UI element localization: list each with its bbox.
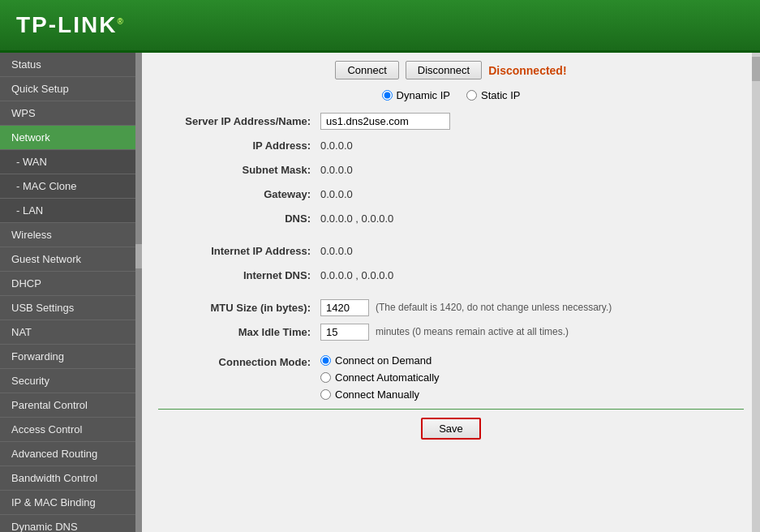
internet-dns-row: Internet DNS: 0.0.0.0 , 0.0.0.0: [158, 265, 744, 285]
server-ip-row: Server IP Address/Name:: [158, 111, 744, 131]
sidebar-item-wan[interactable]: - WAN: [0, 150, 142, 174]
gateway-value: 0.0.0.0: [320, 188, 353, 200]
content-scrollbar[interactable]: [752, 53, 760, 532]
static-ip-radio[interactable]: [466, 90, 477, 101]
static-ip-label[interactable]: Static IP: [466, 89, 520, 101]
conn-mode-manual-label[interactable]: Connect Manually: [320, 388, 440, 401]
dns-value: 0.0.0.0 , 0.0.0.0: [320, 212, 393, 225]
connection-mode-options: Connect on Demand Connect Automatically …: [320, 354, 440, 401]
conn-mode-manual-radio[interactable]: [320, 389, 331, 400]
sidebar-item-guest-network[interactable]: Guest Network: [0, 247, 142, 272]
mtu-input[interactable]: [320, 299, 369, 316]
max-idle-label: Max Idle Time:: [158, 326, 320, 338]
sidebar-scrollbar[interactable]: [135, 53, 142, 532]
gateway-label: Gateway:: [158, 188, 320, 200]
sidebar-item-dynamic-dns[interactable]: Dynamic DNS: [0, 515, 142, 532]
ip-address-value: 0.0.0.0: [320, 139, 353, 152]
sidebar-item-dhcp[interactable]: DHCP: [0, 272, 142, 296]
disconnect-button[interactable]: Disconnect: [406, 61, 482, 79]
sidebar-scroll: Status Quick Setup WPS Network - WAN - M…: [0, 53, 142, 532]
sidebar-item-wireless[interactable]: Wireless: [0, 223, 142, 247]
sidebar-item-bandwidth-control[interactable]: Bandwidth Control: [0, 466, 142, 491]
sidebar-item-parental-control[interactable]: Parental Control: [0, 393, 142, 418]
sidebar-item-network[interactable]: Network: [0, 126, 142, 150]
conn-mode-demand-radio[interactable]: [320, 355, 331, 366]
max-idle-hint: minutes (0 means remain active at all ti…: [376, 326, 569, 337]
conn-mode-demand-text: Connect on Demand: [335, 354, 432, 367]
sidebar-item-forwarding[interactable]: Forwarding: [0, 345, 142, 369]
sidebar-item-security[interactable]: Security: [0, 369, 142, 393]
connection-mode-row: Connection Mode: Connect on Demand Conne…: [158, 354, 744, 401]
internet-dns-value: 0.0.0.0 , 0.0.0.0: [320, 269, 393, 281]
connect-button[interactable]: Connect: [335, 61, 398, 79]
internet-ip-value: 0.0.0.0: [320, 245, 353, 257]
dns-label: DNS:: [158, 212, 320, 225]
connection-mode-label: Connection Mode:: [158, 354, 320, 368]
sidebar-item-ip-mac-binding[interactable]: IP & MAC Binding: [0, 491, 142, 515]
sidebar-item-wps[interactable]: WPS: [0, 101, 142, 126]
conn-mode-demand-label[interactable]: Connect on Demand: [320, 354, 440, 367]
dynamic-ip-label[interactable]: Dynamic IP: [382, 89, 450, 101]
internet-dns-label: Internet DNS:: [158, 269, 320, 281]
logo-registered: ®: [117, 17, 124, 26]
ip-address-row: IP Address: 0.0.0.0: [158, 135, 744, 155]
static-ip-text: Static IP: [481, 89, 520, 101]
sidebar-item-nat[interactable]: NAT: [0, 320, 142, 345]
dynamic-ip-text: Dynamic IP: [397, 89, 450, 101]
sidebar-item-mac-clone[interactable]: - MAC Clone: [0, 174, 142, 199]
content-inner: Connect Disconnect Disconnected! Dynamic…: [142, 53, 760, 532]
sidebar-item-access-control[interactable]: Access Control: [0, 418, 142, 442]
sidebar-scrollbar-thumb: [135, 244, 142, 268]
connection-status: Disconnected!: [488, 64, 566, 77]
sidebar-item-quick-setup[interactable]: Quick Setup: [0, 77, 142, 101]
gateway-row: Gateway: 0.0.0.0: [158, 184, 744, 204]
internet-ip-label: Internet IP Address:: [158, 245, 320, 257]
subnet-mask-value: 0.0.0.0: [320, 164, 353, 176]
conn-mode-auto-radio[interactable]: [320, 372, 331, 383]
ip-type-row: Dynamic IP Static IP: [158, 89, 744, 101]
conn-mode-auto-label[interactable]: Connect Automatically: [320, 371, 440, 384]
subnet-mask-label: Subnet Mask:: [158, 164, 320, 176]
connection-bar: Connect Disconnect Disconnected!: [158, 61, 744, 79]
logo: TP-LINK®: [16, 12, 125, 38]
content-scrollbar-thumb: [752, 57, 760, 81]
dynamic-ip-radio[interactable]: [382, 90, 393, 101]
sidebar-item-lan[interactable]: - LAN: [0, 199, 142, 223]
conn-mode-auto-text: Connect Automatically: [335, 371, 440, 384]
save-button[interactable]: Save: [421, 418, 481, 440]
max-idle-row: Max Idle Time: minutes (0 means remain a…: [158, 322, 744, 341]
max-idle-input[interactable]: [320, 324, 369, 341]
content-area: Connect Disconnect Disconnected! Dynamic…: [142, 53, 760, 532]
save-row: Save: [158, 418, 744, 440]
mtu-hint: (The default is 1420, do not change unle…: [376, 302, 612, 313]
main-layout: Status Quick Setup WPS Network - WAN - M…: [0, 53, 760, 532]
server-ip-input[interactable]: [320, 113, 450, 130]
sidebar-item-advanced-routing[interactable]: Advanced Routing: [0, 442, 142, 466]
ip-address-label: IP Address:: [158, 139, 320, 152]
internet-ip-row: Internet IP Address: 0.0.0.0: [158, 241, 744, 260]
header: TP-LINK®: [0, 0, 760, 53]
sidebar: Status Quick Setup WPS Network - WAN - M…: [0, 53, 142, 532]
sidebar-item-status[interactable]: Status: [0, 53, 142, 77]
subnet-mask-row: Subnet Mask: 0.0.0.0: [158, 160, 744, 179]
mtu-row: MTU Size (in bytes): (The default is 142…: [158, 298, 744, 317]
mtu-label: MTU Size (in bytes):: [158, 302, 320, 314]
server-ip-label: Server IP Address/Name:: [158, 115, 320, 127]
divider: [158, 409, 744, 410]
sidebar-item-usb-settings[interactable]: USB Settings: [0, 296, 142, 320]
logo-text: TP-LINK: [16, 12, 117, 37]
dns-row: DNS: 0.0.0.0 , 0.0.0.0: [158, 208, 744, 228]
conn-mode-manual-text: Connect Manually: [335, 388, 419, 401]
